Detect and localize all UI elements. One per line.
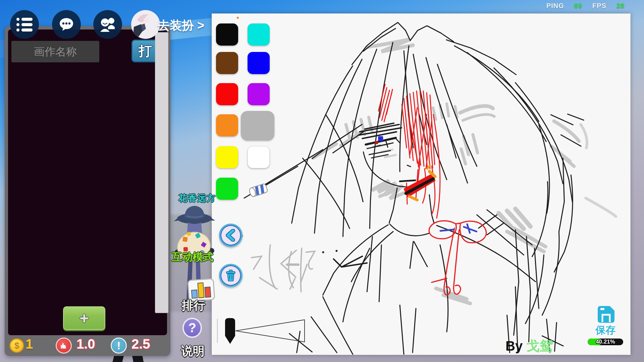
eraser-icon [248, 178, 270, 200]
save-progress-bar: 40.21% [588, 339, 623, 345]
add-artwork-button[interactable]: + [63, 306, 105, 330]
top-navigation: 去装扮 > [0, 0, 255, 47]
trash-icon [225, 269, 236, 282]
ping-label: PING [546, 2, 564, 10]
swatch-white[interactable] [248, 146, 270, 168]
swatch-green[interactable] [216, 178, 238, 200]
ranking-label[interactable]: 排行 [182, 298, 205, 313]
artwork-panel: 打 + $ 1 1.0 ! 2.5 [5, 26, 170, 356]
ping-value: 69 [574, 2, 582, 10]
save-button[interactable]: 保存 40.21% [584, 304, 627, 345]
dress-up-link[interactable]: 去装扮 > [158, 17, 204, 34]
thumbs-up-icon [56, 338, 72, 354]
credit-name: 戈鸳 [526, 339, 553, 353]
swatch-orange[interactable] [216, 114, 238, 136]
player-avatar [131, 10, 160, 39]
chat-button[interactable] [52, 10, 81, 39]
avatar-button[interactable] [131, 10, 160, 39]
panel-scrollbar[interactable] [155, 32, 168, 313]
friends-icon [99, 16, 117, 33]
coin-icon: $ [9, 338, 24, 353]
fps-value: 28 [616, 2, 625, 10]
paint-game-screen: PING 69 FPS 28 [0, 0, 644, 362]
save-label: 保存 [584, 323, 627, 337]
chat-bubble-icon [58, 17, 74, 32]
swatch-purple[interactable] [248, 83, 270, 105]
save-progress-text: 40.21% [588, 339, 623, 345]
side-column: 花香远方 互动模式 [168, 188, 218, 362]
interactive-mode-label: 互动模式 [172, 250, 213, 264]
swatch-yellow[interactable] [216, 146, 238, 168]
color-palette [216, 23, 277, 202]
currency-stats-bar: $ 1 1.0 ! 2.5 [5, 335, 170, 356]
exclamation-icon: ! [111, 338, 127, 354]
undo-button[interactable] [219, 224, 243, 247]
swatch-brown[interactable] [216, 52, 238, 74]
pen-size-slider[interactable] [215, 315, 310, 347]
credit-prefix: By [505, 339, 526, 353]
menu-list-icon [16, 18, 33, 32]
help-button[interactable]: ? [182, 318, 202, 338]
artist-credit: By 戈鸳 [505, 337, 553, 355]
likes-value: 1.0 [76, 337, 95, 352]
undo-chevron-icon [225, 229, 236, 242]
watermark-drawing [252, 245, 315, 292]
swatch-gray-selected[interactable] [241, 111, 274, 140]
pen-size-handle-icon[interactable] [225, 318, 235, 344]
alerts-value: 2.5 [131, 337, 150, 352]
coins-value: 1 [25, 337, 33, 352]
menu-button[interactable] [10, 10, 39, 39]
pen-size-track[interactable] [235, 320, 305, 342]
drawing-canvas-area: 保存 40.21% By 戈鸳 [212, 13, 631, 355]
floppy-disk-icon [595, 304, 616, 323]
eraser-tool-button[interactable] [248, 178, 270, 200]
friends-button[interactable] [93, 10, 122, 39]
artwork-list-area [8, 29, 167, 335]
swatch-blue[interactable] [248, 52, 270, 74]
network-status-bar: PING 69 FPS 28 [546, 2, 625, 10]
swatch-red[interactable] [216, 83, 238, 105]
help-label[interactable]: 说明 [181, 343, 205, 359]
clear-canvas-button[interactable] [219, 264, 243, 287]
fps-label: FPS [592, 2, 606, 10]
